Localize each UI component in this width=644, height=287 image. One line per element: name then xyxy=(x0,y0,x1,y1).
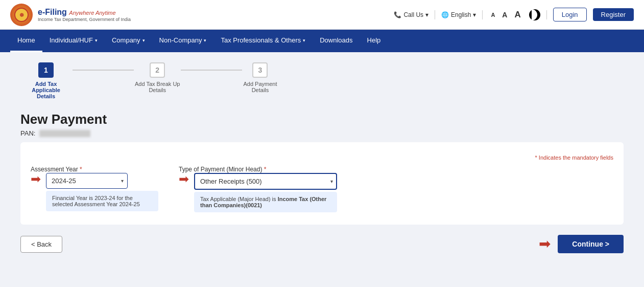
call-us-link[interactable]: 📞 Call Us ▾ xyxy=(394,11,428,18)
svg-text:☸: ☸ xyxy=(19,12,24,18)
payment-type-field-row: ➡ Other Receipts (500) Advance Tax (100)… xyxy=(179,173,337,212)
logo-text: e-Filing Anywhere Anytime Income Tax Dep… xyxy=(38,8,131,22)
header-divider-1 xyxy=(435,10,435,19)
call-caret-icon: ▾ xyxy=(425,11,428,18)
nav-non-company[interactable]: Non-Company ▾ xyxy=(152,30,214,52)
header-divider-3 xyxy=(546,10,547,19)
step-2-label: Add Tax Break UpDetails xyxy=(135,81,180,93)
mandatory-note: * Indicates the mandatory fields xyxy=(31,154,613,161)
form-row: Assessment Year * ➡ 2024-25 2023-24 2022… xyxy=(31,166,613,212)
step-1: 1 Add Tax ApplicableDetails xyxy=(20,62,71,99)
pan-line: PAN: xyxy=(20,129,624,137)
form-card: * Indicates the mandatory fields Assessm… xyxy=(20,142,624,225)
nav-company-caret: ▾ xyxy=(142,38,145,43)
logo-subtitle: Income Tax Department, Government of Ind… xyxy=(38,17,131,22)
page-title: New Payment xyxy=(20,112,624,127)
logo-emblem: ☸ xyxy=(10,4,33,26)
step-3-circle: 3 xyxy=(252,62,268,78)
font-controls: A A A xyxy=(489,9,522,21)
nav-company[interactable]: Company ▾ xyxy=(105,30,152,52)
step-line-2 xyxy=(181,70,242,71)
step-2-circle: 2 xyxy=(150,62,165,78)
payment-type-info-box: Tax Applicable (Major Head) is Income Ta… xyxy=(194,192,337,212)
header-right: 📞 Call Us ▾ 🌐 English ▾ A A A Login Regi… xyxy=(394,8,634,21)
required-star-1: * xyxy=(80,166,82,173)
step-1-circle: 1 xyxy=(38,62,54,78)
step-line-1 xyxy=(73,70,134,71)
continue-wrapper: ➡ Continue > xyxy=(539,235,624,253)
logo-efiling: e-Filing Anywhere Anytime xyxy=(38,8,131,17)
pan-value-blurred xyxy=(39,130,90,137)
step-3: 3 Add PaymentDetails xyxy=(243,62,277,93)
phone-icon: 📞 xyxy=(394,11,401,18)
step-2: 2 Add Tax Break UpDetails xyxy=(135,62,180,93)
payment-type-group: Type of Payment (Minor Head) * ➡ Other R… xyxy=(179,166,337,212)
font-large-button[interactable]: A xyxy=(512,9,522,21)
nav-individual-caret: ▾ xyxy=(95,38,98,43)
assessment-year-field-row: ➡ 2024-25 2023-24 2022-23 ▾ Financial Ye… xyxy=(31,173,158,211)
assessment-year-select[interactable]: 2024-25 2023-24 2022-23 xyxy=(46,173,128,189)
globe-icon: 🌐 xyxy=(441,11,449,18)
assessment-year-label: Assessment Year * xyxy=(31,166,158,173)
header-divider-2 xyxy=(482,10,483,19)
register-button[interactable]: Register xyxy=(593,8,634,21)
nav-individual-huf[interactable]: Individual/HUF ▾ xyxy=(42,30,105,52)
arrow-payment-type: ➡ xyxy=(179,173,189,185)
top-header: ☸ e-Filing Anywhere Anytime Income Tax D… xyxy=(0,0,644,30)
language-selector[interactable]: 🌐 English ▾ xyxy=(441,11,476,18)
nav-downloads[interactable]: Downloads xyxy=(313,30,360,52)
payment-type-select-wrapper: Other Receipts (500) Advance Tax (100) S… xyxy=(194,173,337,190)
assessment-year-group: Assessment Year * ➡ 2024-25 2023-24 2022… xyxy=(31,166,158,211)
stepper: 1 Add Tax ApplicableDetails 2 Add Tax Br… xyxy=(20,62,624,99)
back-button[interactable]: < Back xyxy=(20,236,62,253)
assessment-year-info-box: Financial Year is 2023-24 for the select… xyxy=(46,191,158,211)
nav-tax-professionals[interactable]: Tax Professionals & Others ▾ xyxy=(213,30,313,52)
payment-type-label: Type of Payment (Minor Head) * xyxy=(179,166,337,173)
payment-type-select[interactable]: Other Receipts (500) Advance Tax (100) S… xyxy=(194,173,337,190)
assessment-year-select-wrapper: 2024-25 2023-24 2022-23 ▾ xyxy=(46,173,128,189)
nav-non-company-caret: ▾ xyxy=(204,38,206,43)
login-button[interactable]: Login xyxy=(553,8,587,21)
nav-home[interactable]: Home xyxy=(10,30,42,52)
arrow-continue: ➡ xyxy=(539,237,551,251)
required-star-2: * xyxy=(264,166,267,173)
continue-button[interactable]: Continue > xyxy=(558,235,624,253)
contrast-toggle-button[interactable] xyxy=(529,9,540,20)
lang-caret-icon: ▾ xyxy=(473,11,476,18)
footer-actions: < Back ➡ Continue > xyxy=(20,235,624,253)
content-area: 1 Add Tax ApplicableDetails 2 Add Tax Br… xyxy=(0,52,644,287)
nav-tax-pro-caret: ▾ xyxy=(303,38,305,43)
logo-area: ☸ e-Filing Anywhere Anytime Income Tax D… xyxy=(10,4,131,26)
step-3-label: Add PaymentDetails xyxy=(243,81,277,93)
nav-help[interactable]: Help xyxy=(360,30,388,52)
arrow-assessment-year: ➡ xyxy=(31,173,41,185)
font-small-button[interactable]: A xyxy=(489,11,497,19)
font-medium-button[interactable]: A xyxy=(500,10,509,20)
step-1-label: Add Tax ApplicableDetails xyxy=(20,81,71,99)
logo-tagline: Anywhere Anytime xyxy=(69,10,115,16)
main-nav: Home Individual/HUF ▾ Company ▾ Non-Comp… xyxy=(0,30,644,52)
